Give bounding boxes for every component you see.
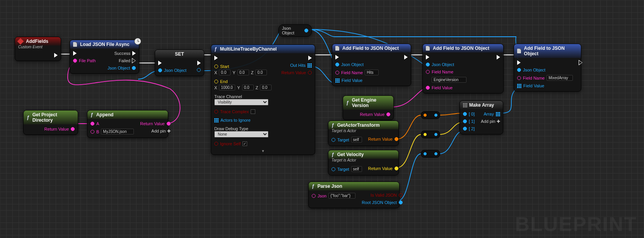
- pin-valid[interactable]: [399, 193, 403, 197]
- reroute-node[interactable]: [421, 111, 440, 119]
- pin-start[interactable]: [214, 65, 218, 68]
- node-append[interactable]: Append A B Return Value Add pin: [87, 110, 168, 138]
- pin-label: Trace Channel: [214, 94, 272, 99]
- node-add-field-3[interactable]: Add Field to JSON Object Json Object Fie…: [514, 44, 581, 92]
- exec-out-pin[interactable]: [579, 60, 583, 65]
- pin-in[interactable]: [424, 133, 427, 136]
- input-b-value[interactable]: [101, 129, 134, 134]
- start-z[interactable]: [255, 70, 267, 75]
- pin-end[interactable]: [214, 80, 218, 83]
- pin-json-object[interactable]: [517, 68, 521, 72]
- pin-return[interactable]: [386, 112, 390, 116]
- pin-return[interactable]: [395, 167, 398, 170]
- pin-2[interactable]: [463, 127, 467, 131]
- pin-array-out[interactable]: [496, 112, 500, 116]
- pin-label: Json Object: [164, 68, 186, 73]
- start-x[interactable]: [219, 70, 231, 75]
- pin-0[interactable]: [463, 112, 467, 116]
- pin-return[interactable]: [71, 127, 75, 131]
- target-input[interactable]: [351, 166, 362, 172]
- pin-json-object[interactable]: [132, 66, 136, 70]
- pin-return[interactable]: [308, 71, 312, 75]
- debug-type-select[interactable]: None: [214, 131, 268, 138]
- pin-field-value[interactable]: [426, 86, 430, 90]
- pin-field-name[interactable]: [426, 70, 430, 74]
- exec-in-pin[interactable]: [426, 55, 429, 60]
- pin-json-out[interactable]: [197, 68, 201, 72]
- ignore-self-checkbox[interactable]: ✓: [243, 141, 247, 146]
- reroute-node[interactable]: [421, 131, 440, 138]
- node-actor-transform[interactable]: GetActorTransform Target is Actor Target…: [328, 121, 399, 146]
- variable-json-object[interactable]: Json Object: [278, 24, 312, 37]
- target-input[interactable]: [351, 137, 362, 143]
- pin-actors-ignore[interactable]: [214, 118, 219, 122]
- pin-b[interactable]: [91, 130, 94, 134]
- exec-in-pin[interactable]: [517, 60, 521, 65]
- end-z[interactable]: [260, 85, 272, 90]
- pin-out[interactable]: [434, 133, 437, 136]
- pin-1[interactable]: [463, 119, 467, 123]
- pin-out-hits[interactable]: [307, 63, 312, 68]
- node-project-dir[interactable]: Get Project Directory Return Value: [23, 110, 78, 135]
- pin-field-name[interactable]: [517, 76, 521, 80]
- exec-out-pin[interactable]: [308, 56, 312, 60]
- pin-target[interactable]: [331, 167, 335, 171]
- exec-out-pin[interactable]: [54, 53, 58, 58]
- field-name-input[interactable]: [547, 75, 573, 81]
- node-get-velocity[interactable]: Get Velocity Target is Actor Target Retu…: [328, 150, 399, 175]
- exec-out-pin[interactable]: [497, 55, 500, 60]
- exec-in-pin[interactable]: [335, 55, 339, 60]
- pin-root[interactable]: [399, 201, 403, 204]
- pin-field-value[interactable]: [335, 78, 340, 83]
- pin-json-object[interactable]: [335, 63, 339, 66]
- node-trace[interactable]: MultiLineTraceByChannel Start XYZ End XY…: [211, 44, 315, 155]
- node-engine-version[interactable]: Get Engine Version Return Value: [343, 95, 394, 120]
- exec-out-pin[interactable]: [197, 61, 201, 65]
- exec-in-pin[interactable]: [214, 56, 218, 60]
- pin-in[interactable]: [424, 114, 427, 117]
- pin-target[interactable]: [331, 138, 335, 142]
- end-x[interactable]: [219, 85, 235, 90]
- trace-complex-checkbox[interactable]: [251, 109, 255, 114]
- pin-field-value[interactable]: [517, 84, 521, 88]
- node-set[interactable]: SET Json Object: [155, 49, 204, 76]
- exec-in-pin[interactable]: [158, 61, 162, 65]
- trace-channel-select[interactable]: Visibility: [214, 99, 268, 105]
- file-icon: [426, 46, 430, 51]
- json-input[interactable]: [328, 193, 355, 199]
- pin-out[interactable]: [434, 152, 437, 155]
- node-add-field-1[interactable]: Add Field to JSON Object Json Object Fie…: [332, 44, 411, 86]
- exec-in-pin[interactable]: [73, 51, 77, 56]
- node-load-json[interactable]: Load JSON File Async File Path Success F…: [70, 40, 139, 74]
- field-name-input[interactable]: [365, 70, 379, 75]
- pin-out[interactable]: [304, 29, 308, 32]
- expand-button[interactable]: ▼: [211, 149, 315, 155]
- pin-field-name[interactable]: [335, 71, 339, 75]
- field-name-input[interactable]: [432, 77, 466, 83]
- exec-out-pin[interactable]: [404, 55, 408, 60]
- node-add-field-2[interactable]: Add Field to JSON Object Json Object Fie…: [422, 44, 504, 94]
- node-parse-json[interactable]: Parse Json Json Is Valid JSON Root JSON …: [308, 182, 400, 208]
- pin-return[interactable]: [167, 122, 171, 126]
- node-title: Get Project Directory: [32, 112, 75, 123]
- pin-out[interactable]: [434, 114, 437, 117]
- add-pin-button[interactable]: Add pin: [151, 129, 170, 134]
- pin-a[interactable]: [91, 122, 94, 126]
- pin-json-object[interactable]: [426, 63, 430, 66]
- pin-label: Target: [337, 167, 349, 172]
- add-pin-button[interactable]: Add pin: [481, 119, 500, 124]
- pin-json[interactable]: [312, 194, 316, 198]
- start-y[interactable]: [237, 70, 249, 75]
- node-addfields[interactable]: AddFields Custom Event: [15, 37, 61, 61]
- exec-out-success[interactable]: [132, 51, 136, 56]
- pin-in[interactable]: [424, 152, 427, 155]
- pin-ignoreself[interactable]: [214, 142, 218, 146]
- reroute-node[interactable]: [421, 150, 440, 158]
- exec-out-failed[interactable]: [132, 58, 136, 63]
- node-make-array[interactable]: Make Array [ 0] [ 1] [ 2] Array Add pin: [460, 100, 503, 134]
- pin-json-in[interactable]: [158, 68, 162, 72]
- pin-file-path[interactable]: [73, 59, 77, 63]
- end-y[interactable]: [242, 85, 254, 90]
- pin-return[interactable]: [395, 137, 398, 141]
- pin-complex[interactable]: [214, 110, 218, 114]
